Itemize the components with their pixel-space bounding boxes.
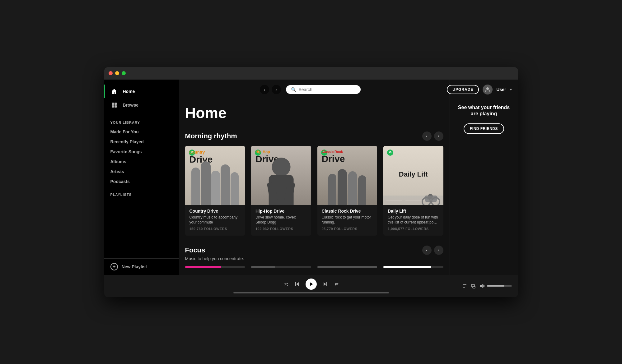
card-daily-lift[interactable]: Daily Lift — [383, 146, 443, 236]
svg-rect-18 — [473, 286, 475, 288]
card-followers-hiphop: 102,932 FOLLOWERS — [255, 227, 307, 231]
focus-prev-button[interactable]: ‹ — [422, 246, 432, 255]
svg-rect-10 — [295, 282, 296, 286]
focus-card-1[interactable] — [185, 266, 245, 268]
card-followers-classicrock: 95,779 FOLLOWERS — [322, 227, 373, 231]
browse-icon — [110, 101, 118, 109]
svg-marker-19 — [480, 284, 483, 288]
focus-next-button[interactable]: › — [434, 246, 443, 255]
sidebar-item-browse[interactable]: Browse — [104, 98, 179, 112]
morning-rhythm-section: Morning rhythm ‹ › — [185, 131, 443, 236]
sidebar-item-recently-played[interactable]: Recently Played — [104, 137, 179, 147]
card-image-hiphop: Hip-Hop Drive — [251, 146, 311, 205]
card-name-classicrock: Classic Rock Drive — [322, 209, 373, 214]
section-header-focus: Focus ‹ › — [185, 246, 443, 255]
top-bar: ‹ › 🔍 UPGRADE — [254, 80, 518, 99]
card-hiphop-drive[interactable]: Hip-Hop Drive — [251, 146, 311, 236]
repeat-button[interactable] — [334, 282, 339, 287]
svg-rect-17 — [471, 284, 475, 287]
main-layout: Home Browse YOUR LIBRARY Made For — [104, 80, 518, 275]
queue-button[interactable] — [462, 283, 467, 288]
find-friends-button[interactable]: FIND FRIENDS — [464, 123, 504, 134]
progress-bar[interactable] — [233, 292, 389, 293]
minimize-button[interactable] — [115, 71, 119, 75]
spotify-icon-dailylift — [387, 150, 393, 156]
sidebar-item-favorite-songs[interactable]: Favorite Songs — [104, 147, 179, 157]
app-window: Home Browse YOUR LIBRARY Made For — [104, 67, 518, 297]
svg-rect-3 — [115, 105, 117, 108]
your-library-label: YOUR LIBRARY — [104, 114, 179, 127]
section-prev-button[interactable]: ‹ — [422, 131, 432, 141]
svg-marker-9 — [296, 282, 299, 286]
home-icon — [110, 88, 118, 95]
card-info-dailylift: Daily Lift Get your daily dose of fun wi… — [383, 205, 443, 236]
volume-icon[interactable] — [479, 283, 484, 288]
focus-card-3[interactable] — [317, 266, 377, 268]
svg-marker-12 — [324, 282, 326, 286]
card-info-country: Country Drive Country music to accompany… — [185, 205, 245, 236]
card-country-drive[interactable]: Country Drive — [185, 146, 245, 236]
section-nav-focus: ‹ › — [422, 246, 443, 255]
search-input[interactable] — [299, 87, 356, 92]
plus-icon: + — [110, 263, 118, 270]
sidebar-item-albums[interactable]: Albums — [104, 157, 179, 167]
sidebar-item-podcasts[interactable]: Podcasts — [104, 177, 179, 187]
section-subtitle-focus: Music to help you concentrate. — [185, 256, 443, 261]
close-button[interactable] — [109, 71, 113, 75]
card-classic-rock-drive[interactable]: Classic Rock Drive — [317, 146, 377, 236]
volume-bar[interactable] — [487, 285, 512, 287]
focus-cards-row — [185, 266, 443, 268]
play-button[interactable] — [306, 279, 317, 290]
card-name-country: Country Drive — [189, 209, 241, 214]
nav-back-button[interactable]: ‹ — [260, 85, 269, 94]
section-title-focus: Focus — [185, 246, 205, 254]
section-header-morning: Morning rhythm ‹ › — [185, 131, 443, 141]
new-playlist-button[interactable]: + New Playlist — [104, 258, 179, 275]
player-controls-center — [204, 279, 419, 293]
sidebar-item-home[interactable]: Home — [104, 85, 179, 98]
avatar — [483, 85, 493, 94]
search-icon: 🔍 — [291, 87, 296, 92]
card-desc-hiphop: Drive slow homie. cover: Snoop Dogg — [255, 215, 307, 225]
card-info-classicrock: Classic Rock Drive Classic rock to get y… — [317, 205, 377, 236]
playlists-label: PLAYLISTS — [104, 187, 179, 199]
nav-forward-button[interactable]: › — [272, 85, 281, 94]
title-bar — [104, 67, 518, 80]
sidebar-item-artists[interactable]: Artists — [104, 167, 179, 177]
previous-button[interactable] — [294, 282, 299, 287]
search-box[interactable]: 🔍 — [286, 85, 361, 94]
svg-point-4 — [486, 87, 489, 90]
friends-text: See what your friends are playing — [456, 104, 512, 117]
section-nav-morning: ‹ › — [422, 131, 443, 141]
card-image-country: Country Drive — [185, 146, 245, 205]
player-progress[interactable] — [233, 292, 389, 293]
svg-rect-16 — [463, 287, 465, 288]
svg-rect-0 — [112, 103, 114, 105]
svg-rect-15 — [463, 286, 466, 286]
username-label: User — [496, 87, 506, 92]
volume-control — [479, 283, 512, 288]
card-info-hiphop: Hip-Hop Drive Drive slow homie. cover: S… — [251, 205, 311, 236]
card-desc-dailylift: Get your daily dose of fun with this lis… — [388, 215, 439, 225]
player-bar — [104, 275, 518, 297]
card-followers-dailylift: 1,008,577 FOLLOWERS — [388, 227, 439, 231]
card-image-classicrock: Classic Rock Drive — [317, 146, 377, 205]
svg-rect-1 — [115, 103, 117, 105]
new-playlist-label: New Playlist — [122, 264, 147, 269]
sidebar-item-made-for-you[interactable]: Made For You — [104, 127, 179, 137]
maximize-button[interactable] — [122, 71, 126, 75]
dropdown-arrow-icon[interactable]: ▾ — [510, 87, 512, 92]
devices-button[interactable] — [471, 283, 476, 288]
sidebar: Home Browse YOUR LIBRARY Made For — [104, 80, 179, 275]
next-button[interactable] — [323, 282, 328, 287]
card-desc-classicrock: Classic rock to get your motor running. — [322, 215, 373, 225]
focus-card-4[interactable] — [383, 266, 443, 268]
upgrade-button[interactable]: UPGRADE — [447, 85, 479, 94]
focus-card-2[interactable] — [251, 266, 311, 268]
shuffle-button[interactable] — [283, 282, 288, 287]
top-bar-right: UPGRADE User ▾ — [447, 85, 512, 94]
player-right-controls — [419, 283, 512, 288]
svg-rect-14 — [463, 284, 466, 285]
section-next-button[interactable]: › — [434, 131, 443, 141]
card-image-dailylift: Daily Lift — [383, 146, 443, 205]
